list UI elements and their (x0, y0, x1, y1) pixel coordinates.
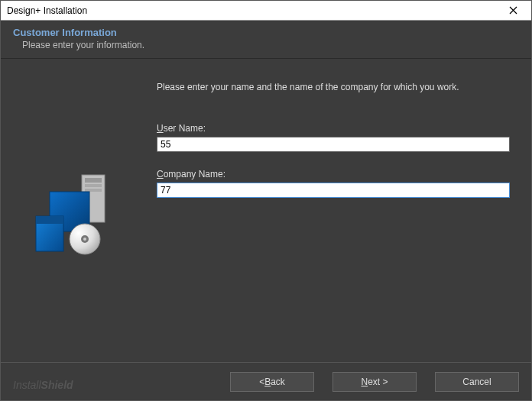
cancel-button[interactable]: Cancel (435, 372, 519, 392)
companyname-input[interactable] (157, 183, 510, 198)
installer-illustration-icon (34, 173, 118, 257)
installer-window: Design+ Installation Customer Informatio… (0, 0, 532, 401)
username-input[interactable] (157, 137, 510, 152)
svg-point-11 (83, 238, 86, 241)
form-area: User Name: Company Name: (157, 123, 510, 198)
header-subtitle: Please enter your information. (22, 40, 531, 50)
close-icon (509, 4, 517, 17)
footer: InstallShield < Back Next > Cancel (1, 362, 531, 400)
header-section: Customer Information Please enter your i… (1, 21, 531, 59)
content-area: Please enter your name and the name of t… (1, 59, 531, 362)
username-group: User Name: (157, 123, 510, 152)
username-label: User Name: (157, 123, 510, 134)
titlebar: Design+ Installation (1, 1, 531, 21)
back-button[interactable]: < Back (230, 372, 314, 392)
svg-rect-3 (85, 178, 102, 183)
companyname-label: Company Name: (157, 169, 510, 179)
header-title: Customer Information (13, 27, 531, 38)
svg-rect-8 (36, 216, 63, 224)
instruction-text: Please enter your name and the name of t… (157, 82, 513, 92)
close-button[interactable] (498, 2, 528, 20)
window-title: Design+ Installation (7, 5, 87, 16)
svg-rect-4 (85, 184, 102, 187)
svg-rect-5 (85, 189, 102, 192)
companyname-group: Company Name: (157, 169, 510, 198)
next-button[interactable]: Next > (332, 372, 417, 392)
brand-logo: InstallShield (13, 379, 73, 391)
